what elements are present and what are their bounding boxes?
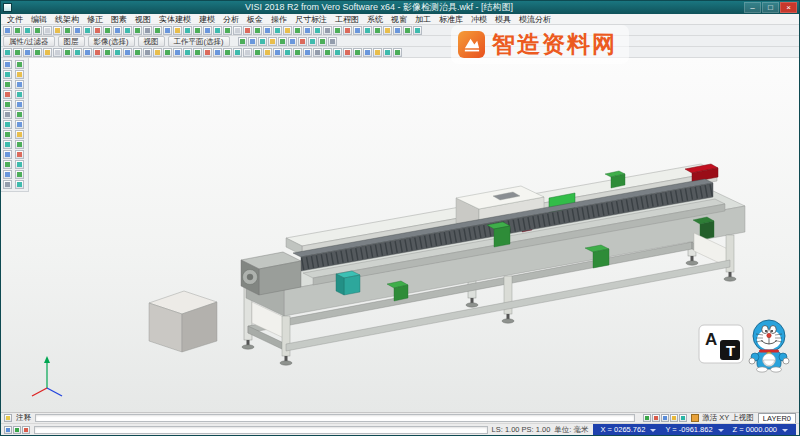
panel-tab[interactable]: 工作平面(选择) [168, 36, 230, 47]
toolbar-icon[interactable] [328, 37, 337, 46]
sidebar-tool-icon[interactable] [3, 130, 12, 139]
toolbar-icon[interactable] [248, 37, 257, 46]
toolbar-icon[interactable] [333, 26, 342, 35]
menu-item[interactable]: 标准库 [435, 14, 467, 25]
toolbar-icon[interactable] [363, 48, 372, 57]
toolbar-icon[interactable] [203, 48, 212, 57]
toolbar-icon[interactable] [383, 48, 392, 57]
toolbar-icon[interactable] [13, 48, 22, 57]
sidebar-tool-icon[interactable] [15, 100, 24, 109]
close-button[interactable]: × [780, 2, 797, 13]
toolbar-icon[interactable] [193, 26, 202, 35]
sidebar-tool-icon[interactable] [3, 110, 12, 119]
toolbar-icon[interactable] [213, 48, 222, 57]
menu-item[interactable]: 尺寸标注 [291, 14, 331, 25]
toolbar-icon[interactable] [103, 48, 112, 57]
toolbar-icon[interactable] [53, 48, 62, 57]
toolbar-icon[interactable] [3, 26, 12, 35]
menu-item[interactable]: 编辑 [27, 14, 51, 25]
sidebar-tool-icon[interactable] [15, 180, 24, 189]
toolbar-icon[interactable] [258, 37, 267, 46]
toolbar-icon[interactable] [243, 48, 252, 57]
toolbar-icon[interactable] [93, 48, 102, 57]
active-view-label[interactable]: 激活 XY 上视图 [691, 413, 754, 423]
menu-item[interactable]: 冲模 [467, 14, 491, 25]
menu-item[interactable]: 线架构 [51, 14, 83, 25]
command-field[interactable] [34, 426, 488, 434]
status-icon[interactable] [22, 426, 30, 434]
toolbar-icon[interactable] [268, 37, 277, 46]
status-icon[interactable] [13, 426, 21, 434]
prompt-field[interactable] [35, 414, 635, 422]
toolbar-icon[interactable] [403, 26, 412, 35]
sidebar-tool-icon[interactable] [15, 120, 24, 129]
toolbar-icon[interactable] [263, 26, 272, 35]
toolbar-icon[interactable] [183, 48, 192, 57]
toolbar-icon[interactable] [173, 26, 182, 35]
toolbar-icon[interactable] [323, 48, 332, 57]
sidebar-tool-icon[interactable] [3, 170, 12, 179]
menu-item[interactable]: 修正 [83, 14, 107, 25]
panel-tab[interactable]: 属性/过滤器 [3, 36, 55, 47]
status-icon[interactable] [4, 426, 12, 434]
sidebar-tool-icon[interactable] [15, 110, 24, 119]
sidebar-tool-icon[interactable] [3, 180, 12, 189]
toolbar-icon[interactable] [93, 26, 102, 35]
toolbar-icon[interactable] [33, 48, 42, 57]
toolbar-icon[interactable] [3, 48, 12, 57]
toolbar-icon[interactable] [293, 26, 302, 35]
sidebar-tool-icon[interactable] [15, 170, 24, 179]
toolbar-icon[interactable] [393, 26, 402, 35]
toolbar-icon[interactable] [63, 26, 72, 35]
toolbar-icon[interactable] [293, 48, 302, 57]
toolbar-icon[interactable] [123, 48, 132, 57]
sidebar-tool-icon[interactable] [15, 130, 24, 139]
panel-tab[interactable]: 影像(选择) [88, 36, 135, 47]
toolbar-icon[interactable] [323, 26, 332, 35]
toolbar-icon[interactable] [43, 48, 52, 57]
status-toggle-icon[interactable] [670, 414, 678, 422]
toolbar-icon[interactable] [318, 37, 327, 46]
toolbar-icon[interactable] [313, 26, 322, 35]
sidebar-tool-icon[interactable] [3, 160, 12, 169]
toolbar-icon[interactable] [193, 48, 202, 57]
toolbar-icon[interactable] [23, 26, 32, 35]
menu-item[interactable]: 分析 [219, 14, 243, 25]
toolbar-icon[interactable] [83, 26, 92, 35]
sidebar-tool-icon[interactable] [3, 70, 12, 79]
toolbar-icon[interactable] [223, 48, 232, 57]
menu-item[interactable]: 板金 [243, 14, 267, 25]
toolbar-icon[interactable] [233, 26, 242, 35]
menu-item[interactable]: 系统 [363, 14, 387, 25]
toolbar-icon[interactable] [283, 48, 292, 57]
toolbar-icon[interactable] [213, 26, 222, 35]
viewport-3d[interactable] [1, 58, 799, 412]
sidebar-tool-icon[interactable] [3, 90, 12, 99]
toolbar-icon[interactable] [393, 48, 402, 57]
chevron-down-icon[interactable] [782, 429, 788, 435]
toolbar-icon[interactable] [13, 26, 22, 35]
minimize-button[interactable]: – [744, 2, 761, 13]
menu-item[interactable]: 操作 [267, 14, 291, 25]
menu-item[interactable]: 模流分析 [515, 14, 555, 25]
toolbar-icon[interactable] [353, 26, 362, 35]
toolbar-icon[interactable] [273, 48, 282, 57]
toolbar-icon[interactable] [273, 26, 282, 35]
toolbar-icon[interactable] [223, 26, 232, 35]
menu-item[interactable]: 工程图 [331, 14, 363, 25]
sidebar-tool-icon[interactable] [15, 150, 24, 159]
toolbar-icon[interactable] [363, 26, 372, 35]
toolbar-icon[interactable] [163, 48, 172, 57]
status-toggle-icon[interactable] [661, 414, 669, 422]
toolbar-icon[interactable] [163, 26, 172, 35]
sidebar-tool-icon[interactable] [15, 140, 24, 149]
menu-item[interactable]: 视图 [131, 14, 155, 25]
floor-cube[interactable] [149, 291, 217, 352]
panel-tab[interactable]: 视图 [138, 36, 165, 47]
menu-item[interactable]: 模具 [491, 14, 515, 25]
toolbar-icon[interactable] [253, 48, 262, 57]
toolbar-icon[interactable] [173, 48, 182, 57]
status-toggle-icon[interactable] [652, 414, 660, 422]
toolbar-icon[interactable] [383, 26, 392, 35]
toolbar-icon[interactable] [353, 48, 362, 57]
